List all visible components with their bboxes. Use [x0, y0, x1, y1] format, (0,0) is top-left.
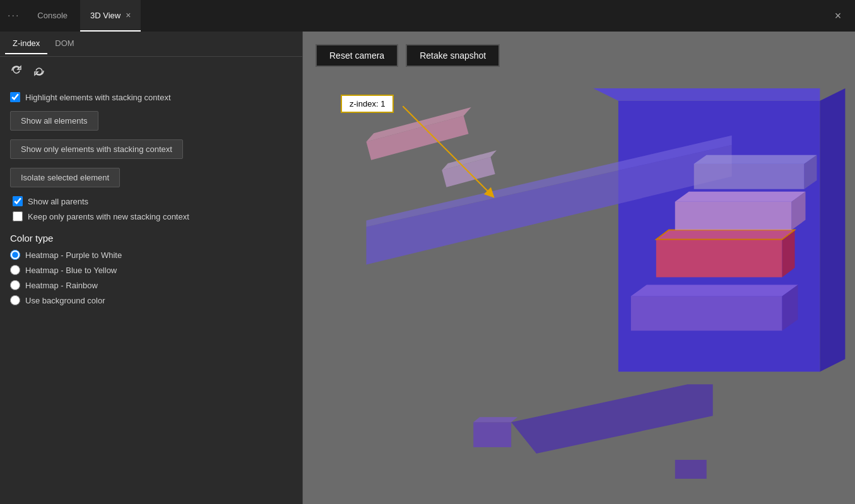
keep-parents-checkbox[interactable] [13, 211, 23, 221]
show-all-parents-row[interactable]: Show all parents [13, 196, 292, 206]
svg-marker-3 [593, 88, 820, 101]
tab-dom[interactable]: DOM [47, 33, 81, 54]
radio-blue-yellow[interactable]: Heatmap - Blue to Yellow [10, 265, 292, 275]
retake-snapshot-button[interactable]: Retake snapshot [406, 44, 500, 67]
zindex-tooltip: z-index: 1 [341, 95, 394, 113]
svg-marker-4 [820, 88, 845, 372]
sub-tabs: Z-index DOM [0, 32, 302, 57]
radio-background-input[interactable] [10, 295, 20, 305]
devtools-close-button[interactable]: × [828, 9, 847, 23]
view-buttons: Reset camera Retake snapshot [315, 44, 500, 67]
tab-zindex[interactable]: Z-index [5, 33, 47, 54]
show-all-parents-label: Show all parents [28, 197, 88, 206]
highlight-checkbox-row[interactable]: Highlight elements with stacking context [10, 92, 292, 102]
radio-background[interactable]: Use background color [10, 295, 292, 305]
radio-purple-white-input[interactable] [10, 250, 20, 260]
refresh-icon[interactable] [8, 62, 25, 79]
radio-blue-yellow-input[interactable] [10, 265, 20, 275]
svg-marker-8 [656, 230, 795, 240]
tab-overflow-icon[interactable]: ··· [8, 10, 20, 21]
reset-camera-button[interactable]: Reset camera [315, 44, 398, 67]
tab-3d-view[interactable]: 3D View × [80, 0, 141, 32]
svg-marker-13 [631, 284, 798, 296]
highlight-checkbox[interactable] [10, 92, 20, 102]
sync-icon[interactable] [30, 62, 48, 79]
highlight-label: Highlight elements with stacking context [25, 93, 171, 102]
show-all-button[interactable]: Show all elements [10, 111, 98, 131]
svg-marker-28 [511, 384, 713, 454]
tab-console[interactable]: Console [27, 0, 78, 32]
svg-marker-16 [675, 192, 806, 202]
svg-marker-27 [675, 460, 707, 479]
radio-blue-yellow-label: Heatmap - Blue to Yellow [25, 266, 117, 275]
isolate-button[interactable]: Isolate selected element [10, 168, 120, 187]
color-type-section: Color type Heatmap - Purple to White Hea… [10, 233, 292, 310]
radio-rainbow-label: Heatmap - Rainbow [25, 281, 98, 290]
main-layout: Z-index DOM Highlight [0, 32, 855, 504]
svg-marker-7 [656, 240, 782, 278]
radio-rainbow[interactable]: Heatmap - Rainbow [10, 280, 292, 290]
show-all-parents-checkbox[interactable] [13, 196, 23, 206]
color-type-title: Color type [10, 233, 292, 243]
sub-checkboxes: Show all parents Keep only parents with … [13, 196, 292, 221]
svg-marker-12 [631, 296, 782, 331]
svg-marker-25 [473, 422, 511, 447]
svg-marker-18 [694, 164, 805, 189]
keep-parents-row[interactable]: Keep only parents with new stacking cont… [13, 211, 292, 221]
left-panel: Z-index DOM Highlight [0, 32, 303, 504]
radio-purple-white[interactable]: Heatmap - Purple to White [10, 250, 292, 260]
show-stacking-button[interactable]: Show only elements with stacking context [10, 139, 183, 159]
svg-marker-26 [473, 417, 517, 422]
svg-line-1 [403, 106, 491, 194]
right-panel: Reset camera Retake snapshot z-index: 1 [303, 32, 855, 504]
radio-rainbow-input[interactable] [10, 280, 20, 290]
toolbar [0, 57, 302, 85]
keep-parents-label: Keep only parents with new stacking cont… [28, 212, 189, 221]
radio-purple-white-label: Heatmap - Purple to White [25, 250, 122, 260]
svg-marker-15 [675, 202, 792, 230]
panel-content: Highlight elements with stacking context… [0, 85, 302, 318]
tab-close-icon[interactable]: × [126, 10, 131, 20]
tooltip-arrow [403, 106, 529, 232]
radio-background-label: Use background color [25, 296, 105, 305]
svg-marker-19 [694, 155, 817, 164]
title-bar: ··· Console 3D View × × [0, 0, 855, 32]
